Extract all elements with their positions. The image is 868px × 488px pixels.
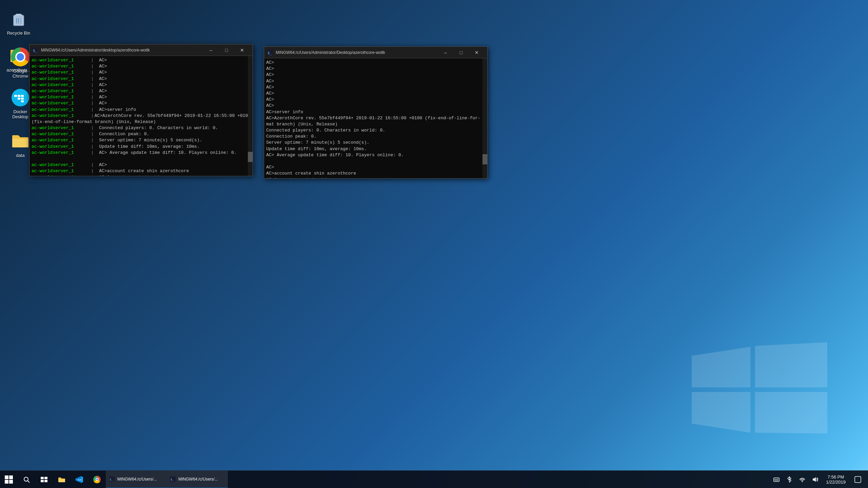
recycle-bin-icon[interactable]: ♻ Recycle Bin <box>3 7 34 37</box>
terminal-2-title: MINGW64:/c/Users/Administrator/Desktop/a… <box>276 50 438 55</box>
terminal-line: AC> <box>266 72 485 78</box>
terminal-line: mat branch) (Unix, Release) <box>266 121 485 127</box>
terminal-line: Connection peak: 0. <box>266 134 485 140</box>
svg-rect-30 <box>41 480 44 482</box>
taskbar: <> $_ MINGW64:/c/Users/... $_ MINGW64:/c… <box>0 470 868 488</box>
svg-line-27 <box>28 481 29 483</box>
terminal-line: AC> Average update time diff: 10. Player… <box>266 152 485 158</box>
terminal-line: ac-worldserver_1 | AC>server info <box>32 107 251 113</box>
svg-rect-22 <box>5 475 8 479</box>
svg-rect-37 <box>774 478 779 482</box>
terminal-1-maximize[interactable]: □ <box>219 44 234 56</box>
svg-marker-2 <box>692 392 750 433</box>
terminal-2-maximize[interactable]: □ <box>453 47 469 58</box>
desktop: ♻ Recycle Bin azerothcor... Google Chrom… <box>0 0 868 488</box>
terminal-line: AC> <box>266 66 485 72</box>
terminal-line: AC> <box>266 164 485 170</box>
terminal-line: ac-worldserver_1 | Connected players: 0.… <box>32 125 251 131</box>
terminal-2-titlebar[interactable]: $_ MINGW64:/c/Users/Administrator/Deskto… <box>264 47 487 58</box>
svg-point-26 <box>24 477 28 481</box>
terminal-line: AC> <box>266 103 485 109</box>
recycle-bin-image: ♻ <box>8 8 29 28</box>
terminal-line: ac-worldserver_1 | AC> <box>32 63 251 69</box>
terminal-line: (fix-end-of-line-format branch) (Unix, R… <box>32 119 251 125</box>
clock-time: 7:56 PM <box>828 474 844 480</box>
system-tray: 7:56 PM 1/22/2019 <box>768 471 868 488</box>
svg-rect-17 <box>21 100 24 102</box>
terminal-1-titlebar[interactable]: $_ MINGW64:/c/Users/Administrator/deskto… <box>29 44 253 56</box>
search-button[interactable] <box>18 471 35 488</box>
data-label: data <box>16 153 24 158</box>
terminal-1-scrollbar[interactable] <box>248 56 253 176</box>
vscode-button[interactable]: <> <box>71 471 88 488</box>
taskbar-terminal-2-label: MINGW64:/c/Users/... <box>178 477 218 482</box>
network-icon[interactable] <box>797 474 808 485</box>
terminal-line: ac-worldserver_1 | AC> <box>32 100 251 106</box>
svg-rect-24 <box>5 480 8 484</box>
terminal-1-body[interactable]: ac-worldserver_1 | AC> ac-worldserver_1 … <box>29 56 253 176</box>
terminal-line: ac-worldserver_1 | Server uptime: 7 minu… <box>32 137 251 143</box>
clock-date: 1/22/2019 <box>826 480 846 485</box>
terminal-1-minimize[interactable]: – <box>203 44 219 56</box>
terminal-line <box>266 158 485 164</box>
data-folder-image <box>10 130 31 151</box>
terminal-window-1: $_ MINGW64:/c/Users/Administrator/deskto… <box>29 44 253 176</box>
terminal-line: ac-worldserver_1 | AC> <box>32 94 251 100</box>
terminal-2-body[interactable]: AC> AC> AC> AC> AC> AC> AC> AC> AC>serve… <box>264 58 487 178</box>
terminal-line: ac-worldserver_1 | AC> <box>32 69 251 76</box>
terminal-1-controls: – □ ✕ <box>203 44 250 56</box>
windows-watermark <box>692 342 827 437</box>
terminal-2-icon: $_ <box>267 49 273 56</box>
svg-marker-1 <box>755 342 827 387</box>
terminal-line: ac-worldserver_1 | AC> Average update ti… <box>32 150 251 156</box>
taskbar-terminal-1-label: MINGW64:/c/Users/... <box>117 477 157 482</box>
svg-rect-15 <box>18 98 20 100</box>
task-view-button[interactable] <box>35 471 53 488</box>
bluetooth-icon[interactable] <box>784 474 795 485</box>
terminal-line: ac-worldserver_1 | AC>account create shi… <box>32 168 251 174</box>
svg-rect-13 <box>18 95 20 97</box>
terminal-line: AC> <box>266 78 485 84</box>
terminal-line: Update time diff: 10ms, average: 10ms. <box>266 146 485 152</box>
system-clock[interactable]: 7:56 PM 1/22/2019 <box>823 471 849 488</box>
svg-rect-31 <box>44 480 47 482</box>
taskbar-terminal-1[interactable]: $_ MINGW64:/c/Users/... <box>106 471 167 488</box>
volume-icon[interactable] <box>810 474 821 485</box>
terminal-2-close[interactable]: ✕ <box>469 47 485 58</box>
terminal-line: ac-worldserver_1 | AC> <box>32 88 251 94</box>
svg-rect-29 <box>44 477 47 479</box>
svg-marker-0 <box>692 347 750 387</box>
taskbar-terminal-2[interactable]: $_ MINGW64:/c/Users/... <box>167 471 228 488</box>
keyboard-icon[interactable] <box>771 474 782 485</box>
taskbar-chrome-button[interactable] <box>88 471 106 488</box>
chrome-image <box>11 47 30 66</box>
svg-rect-28 <box>41 477 44 479</box>
terminal-line: AC>Account created: shin <box>266 177 485 178</box>
terminal-1-scrollthumb[interactable] <box>248 152 253 162</box>
terminal-2-controls: – □ ✕ <box>438 47 485 58</box>
terminal-1-title: MINGW64:/c/Users/Administrator/desktop/a… <box>41 48 203 53</box>
svg-rect-6 <box>16 14 21 15</box>
terminal-line: Connected players: 0. Characters in worl… <box>266 127 485 134</box>
svg-text:$_: $_ <box>268 51 272 55</box>
terminal-1-icon: $_ <box>32 47 38 53</box>
terminal-2-minimize[interactable]: – <box>438 47 453 58</box>
terminal-2-scrollbar[interactable] <box>482 58 487 178</box>
file-explorer-button[interactable] <box>53 471 71 488</box>
svg-point-43 <box>802 481 803 482</box>
svg-rect-16 <box>21 98 24 100</box>
terminal-line: ac-worldserver_1 | AC> <box>32 82 251 88</box>
terminal-line: ac-worldserver_1 | AC> <box>32 162 251 168</box>
notification-center[interactable] <box>851 471 865 488</box>
svg-text:$_: $_ <box>33 48 38 53</box>
start-button[interactable] <box>0 471 18 488</box>
terminal-line: AC> <box>266 84 485 90</box>
terminal-1-close[interactable]: ✕ <box>234 44 250 56</box>
svg-point-11 <box>12 89 29 106</box>
terminal-line: AC> <box>266 97 485 103</box>
terminal-line: ac-worldserver_1 | Update time diff: 10m… <box>32 144 251 150</box>
terminal-line: Server uptime: 7 minute(s) 5 second(s). <box>266 140 485 146</box>
terminal-2-scrollthumb[interactable] <box>482 154 487 164</box>
terminal-line: ac-worldserver_1 | AC> <box>32 57 251 63</box>
svg-marker-3 <box>755 392 827 434</box>
